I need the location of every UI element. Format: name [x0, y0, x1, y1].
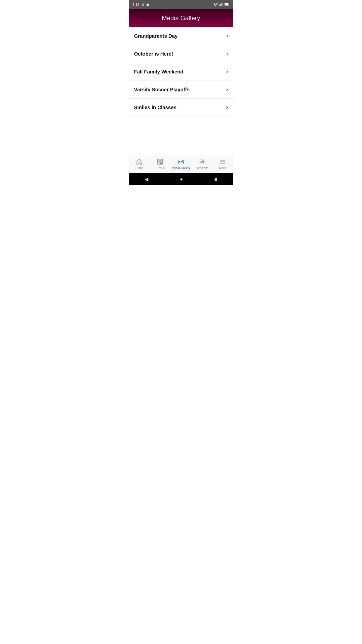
page-title: Media Gallery — [134, 15, 228, 22]
list-item[interactable]: October is Here! › — [129, 45, 233, 63]
posts-icon — [157, 158, 164, 165]
svg-rect-3 — [221, 3, 222, 6]
svg-rect-4 — [222, 3, 223, 6]
svg-rect-11 — [160, 162, 162, 164]
bottom-navigation: Home Posts Media Gallery — [129, 155, 233, 173]
gallery-list: Grandparents Day › October is Here! › Fa… — [129, 27, 233, 155]
list-item[interactable]: Fall Family Weekend › — [129, 63, 233, 81]
nav-item-home[interactable]: Home — [129, 158, 150, 170]
nav-item-posts[interactable]: Posts — [150, 158, 171, 170]
directory-icon — [198, 158, 205, 165]
status-right-icons — [213, 3, 230, 7]
nav-item-directory[interactable]: Directory — [191, 158, 212, 170]
list-item-label: Grandparents Day — [134, 33, 177, 39]
list-item[interactable]: Grandparents Day › — [129, 27, 233, 45]
svg-point-0 — [215, 5, 216, 6]
nav-label-directory: Directory — [196, 166, 208, 170]
nav-label-home: Home — [135, 166, 143, 170]
svg-rect-6 — [225, 3, 228, 5]
list-item-label: October is Here! — [134, 51, 173, 57]
svg-rect-2 — [220, 4, 221, 6]
chevron-right-icon: › — [226, 104, 228, 111]
media-gallery-icon — [177, 158, 185, 165]
status-bar: 3:12 ⚙ ▣ — [129, 0, 233, 9]
list-item[interactable]: Varsity Soccer Playoffs › — [129, 81, 233, 99]
status-left: 3:12 ⚙ ▣ — [132, 3, 149, 7]
svg-rect-1 — [219, 5, 220, 6]
list-item-label: Smiles in Classes — [134, 105, 176, 110]
nav-item-media-gallery[interactable]: Media Gallery — [171, 158, 192, 170]
wifi-icon — [213, 3, 218, 7]
signal-icon — [219, 3, 223, 7]
nav-item-more[interactable]: More — [212, 158, 233, 170]
gear-icon: ⚙ — [141, 3, 144, 7]
list-item-label: Fall Family Weekend — [134, 69, 183, 75]
status-time: 3:12 — [132, 3, 139, 7]
svg-point-14 — [201, 160, 203, 162]
chevron-right-icon: › — [226, 51, 228, 57]
android-back-button[interactable]: ◀ — [145, 176, 148, 182]
list-item[interactable]: Smiles in Classes › — [129, 99, 233, 116]
android-nav-bar: ◀ ● ■ — [129, 173, 233, 185]
sim-icon: ▣ — [146, 3, 149, 7]
nav-label-more: More — [219, 166, 226, 170]
list-item-label: Varsity Soccer Playoffs — [134, 87, 190, 93]
nav-label-media-gallery: Media Gallery — [172, 166, 190, 170]
home-icon — [136, 158, 143, 165]
chevron-right-icon: › — [226, 86, 228, 93]
battery-icon — [224, 3, 230, 7]
more-icon — [219, 158, 226, 165]
android-recent-button[interactable]: ■ — [214, 176, 217, 182]
android-home-button[interactable]: ● — [180, 176, 183, 182]
chevron-right-icon: › — [226, 68, 228, 75]
page-header: Media Gallery — [129, 9, 233, 27]
nav-label-posts: Posts — [156, 166, 164, 170]
chevron-right-icon: › — [226, 33, 228, 39]
